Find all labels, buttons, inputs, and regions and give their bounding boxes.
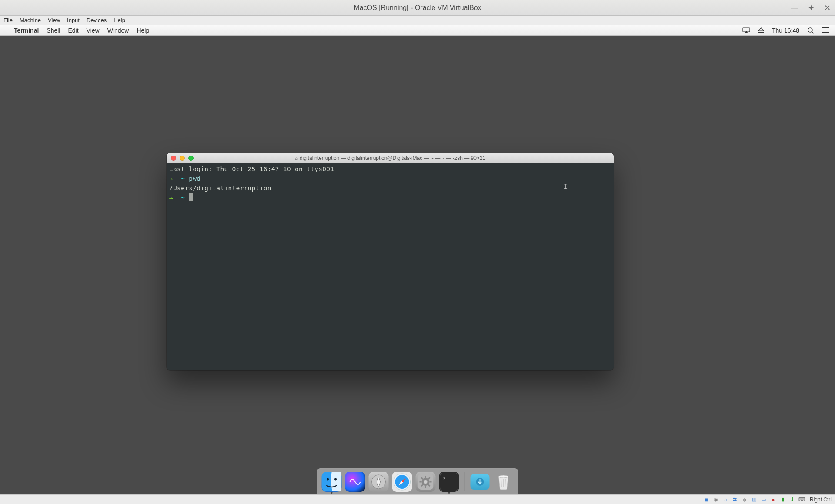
vbox-menu-view[interactable]: View [48,17,60,23]
svg-point-8 [334,478,337,480]
prompt-arrow: → [169,194,173,201]
vbox-status-shared-folders-icon[interactable]: ▥ [751,496,758,503]
vbox-menu-file[interactable]: File [3,17,13,23]
eject-icon[interactable] [758,27,764,33]
dock-system-preferences[interactable] [416,472,436,492]
virtualbox-menubar: File Machine View Input Devices Help [0,16,835,25]
terminal-output-1: /Users/digitalinterruption [169,185,271,192]
dock-indicator [331,492,333,494]
virtualbox-titlebar: MacOS [Running] - Oracle VM VirtualBox —… [0,0,835,16]
vbox-menu-help[interactable]: Help [114,17,125,23]
terminal-maximize-button[interactable] [188,156,194,161]
dock-trash[interactable] [494,472,514,492]
vbox-status-display-icon[interactable]: ▭ [760,496,767,503]
mac-menu-edit[interactable]: Edit [68,27,78,34]
dock-finder[interactable] [322,472,342,492]
vbox-host-key[interactable]: Right Ctrl [810,497,832,503]
mac-menu-shell[interactable]: Shell [47,27,60,34]
dock-launchpad[interactable] [369,472,389,492]
airplay-icon[interactable] [742,27,750,33]
svg-marker-2 [758,28,764,31]
dock-siri[interactable] [345,472,365,492]
dock-separator [464,472,465,491]
svg-text:>_: >_ [443,476,449,481]
vbox-status-audio-icon[interactable]: ♫ [722,496,729,503]
terminal-command-1: pwd [189,175,200,182]
vbox-menu-machine[interactable]: Machine [20,17,41,23]
terminal-window[interactable]: ⌂digitalinterruption — digitalinterrupti… [167,153,614,370]
spotlight-icon[interactable] [807,27,814,34]
terminal-cursor [189,193,193,201]
mac-desktop[interactable]: ⌂digitalinterruption — digitalinterrupti… [0,36,835,494]
svg-point-16 [424,480,428,484]
mac-menubar: Terminal Shell Edit View Window Help Thu… [0,25,835,36]
terminal-minimize-button[interactable] [180,156,185,161]
vbox-status-optical-icon[interactable]: ◉ [712,496,719,503]
maximize-button[interactable]: ✦ [808,3,815,13]
vbox-status-mouse-icon[interactable]: ⬇ [789,496,796,503]
vbox-status-usb-icon[interactable]: ψ [741,496,748,503]
dock-indicator [448,492,450,494]
svg-point-28 [499,475,508,478]
prompt-arrow: → [169,175,173,182]
vbox-status-keyboard-icon[interactable]: ⌨ [798,496,805,503]
terminal-titlebar[interactable]: ⌂digitalinterruption — digitalinterrupti… [167,153,614,163]
prompt-dir: ~ [181,175,185,182]
dock-terminal[interactable]: >_ [439,472,459,492]
virtualbox-title: MacOS [Running] - Oracle VM VirtualBox [354,4,481,12]
vbox-status-hdd-icon[interactable]: ▣ [703,496,710,503]
minimize-button[interactable]: — [791,3,798,12]
dock-safari[interactable] [392,472,412,492]
close-button[interactable]: ✕ [824,3,831,13]
terminal-body[interactable]: Last login: Thu Oct 25 16:47:10 on ttys0… [167,163,614,370]
vbox-menu-devices[interactable]: Devices [87,17,107,23]
svg-line-5 [812,32,814,33]
mac-menu-help[interactable]: Help [137,27,149,34]
mac-dock: >_ [317,468,518,494]
mac-menu-view[interactable]: View [87,27,100,34]
virtualbox-statusbar: ▣ ◉ ♫ ⇆ ψ ▥ ▭ ● ▮ ⬇ ⌨ Right Ctrl [0,494,835,504]
terminal-close-button[interactable] [171,156,176,161]
vbox-menu-input[interactable]: Input [67,17,80,23]
virtualbox-window-controls: — ✦ ✕ [791,0,831,15]
home-icon: ⌂ [295,155,298,161]
terminal-traffic-lights [171,156,194,161]
svg-rect-3 [758,32,764,33]
vbox-status-recording-icon[interactable]: ● [770,496,777,503]
terminal-title: ⌂digitalinterruption — digitalinterrupti… [167,155,614,161]
mac-menu-app[interactable]: Terminal [14,27,39,34]
vbox-status-cpu-icon[interactable]: ▮ [779,496,786,503]
notification-center-icon[interactable] [822,27,829,34]
svg-point-7 [327,478,329,480]
vbox-status-network-icon[interactable]: ⇆ [731,496,738,503]
svg-point-4 [808,28,812,32]
prompt-dir: ~ [181,194,185,201]
terminal-last-login: Last login: Thu Oct 25 16:47:10 on ttys0… [169,166,334,172]
dock-downloads[interactable] [470,472,490,492]
mac-menu-window[interactable]: Window [107,27,129,34]
menu-clock[interactable]: Thu 16:48 [772,27,799,34]
